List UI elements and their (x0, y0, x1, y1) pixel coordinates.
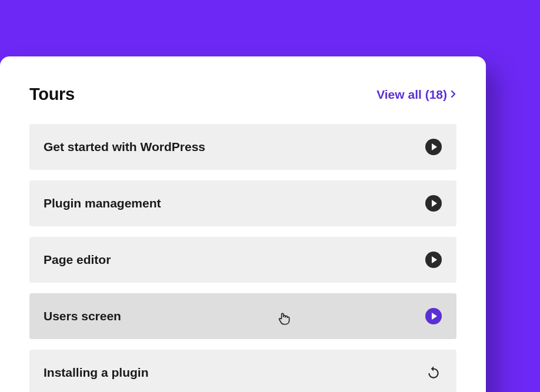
panel-header: Tours View all (18) (29, 85, 456, 104)
replay-icon (426, 365, 441, 380)
tour-label: Plugin management (44, 196, 161, 210)
cursor-pointer-icon (276, 311, 292, 329)
play-button[interactable] (425, 138, 442, 156)
tour-label: Users screen (44, 309, 121, 323)
tour-item-get-started[interactable]: Get started with WordPress (29, 124, 456, 170)
tour-item-page-editor[interactable]: Page editor (29, 237, 456, 283)
chevron-right-icon (451, 89, 456, 100)
tour-item-installing-plugin[interactable]: Installing a plugin (29, 350, 456, 392)
view-all-label: View all (18) (376, 88, 447, 102)
play-icon (425, 308, 442, 324)
tour-label: Page editor (44, 253, 111, 267)
tour-item-users-screen[interactable]: Users screen (29, 293, 456, 339)
tour-label: Installing a plugin (44, 366, 149, 380)
tour-list: Get started with WordPress Plugin manage… (29, 124, 456, 392)
play-button[interactable] (425, 195, 442, 212)
play-icon (425, 252, 442, 268)
play-button[interactable] (425, 307, 442, 325)
tours-panel: Tours View all (18) Get started with Wor… (0, 56, 486, 392)
tour-item-plugin-management[interactable]: Plugin management (29, 180, 456, 226)
tour-label: Get started with WordPress (44, 140, 205, 154)
play-icon (425, 195, 442, 212)
play-icon (425, 139, 442, 155)
play-button[interactable] (425, 251, 442, 269)
view-all-link[interactable]: View all (18) (376, 88, 456, 102)
replay-button[interactable] (425, 364, 442, 381)
panel-title: Tours (29, 85, 75, 104)
